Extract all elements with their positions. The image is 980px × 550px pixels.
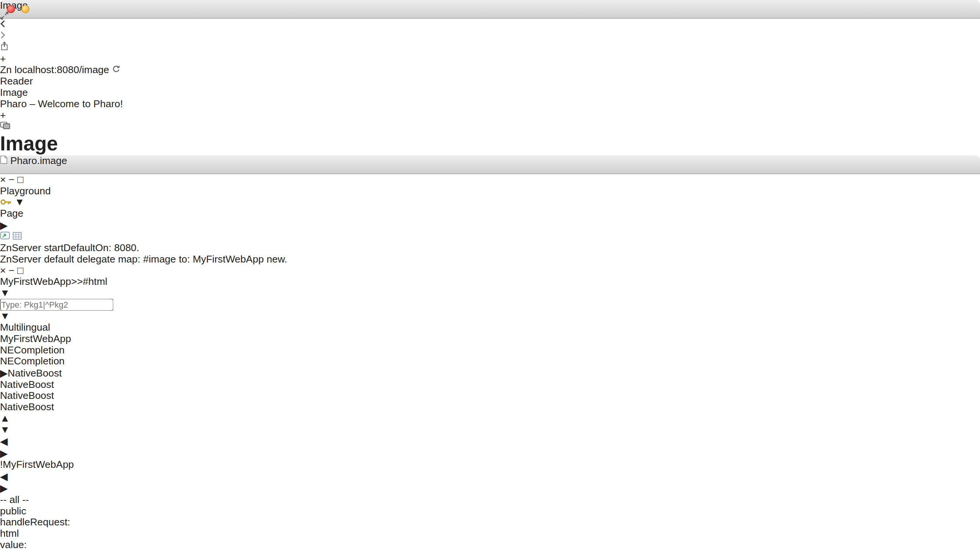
method-list-item-selected[interactable]: html [0,528,980,539]
package-pane: ▼ Multilingual MyFirstWebApp NECompletio… [0,299,980,459]
zoom-button[interactable] [36,5,43,13]
url-text: localhost:8080/image [14,64,109,75]
add-tab-button[interactable]: + [0,110,980,121]
package-filter-row: ▼ [0,299,980,322]
expander-icon[interactable]: ▶ [0,368,8,378]
playground-code-editor[interactable]: ZnServer startDefaultOn: 8080. ZnServer … [0,242,980,265]
close-icon[interactable]: × [0,265,6,276]
package-list-item[interactable]: NativeBoost [0,379,980,390]
package-list-item[interactable]: Multilingual [0,322,980,333]
method-pane: handleRequest: html value: [0,517,980,550]
package-list-item[interactable]: NativeBoost [0,402,980,413]
class-list-item[interactable]: !MyFirstWebApp [0,459,980,470]
package-list-item[interactable]: NECompletion [0,356,980,367]
scroll-left-icon[interactable]: ◀ [0,436,8,446]
scroll-right-icon[interactable]: ▶ [0,448,8,458]
url-host: localhost:8080 [14,64,79,75]
horizontal-scrollbar[interactable]: ◀ ▶ [0,435,980,459]
method-list: handleRequest: html value: [0,517,980,550]
window-title-group: Pharo.image [0,155,980,167]
zoom-button[interactable] [36,160,43,168]
play-icon: ▶ [0,220,8,230]
new-tab-button[interactable]: + [0,53,980,65]
package-filter-input[interactable] [0,299,113,311]
horizontal-scrollbar[interactable]: ◀ ▶ [0,470,980,494]
scroll-up-icon[interactable]: ▲ [0,413,10,424]
safari-titlebar[interactable]: Image [0,0,980,19]
protocol-list: -- all -- public [0,494,980,517]
class-list: !MyFirstWebApp [0,459,980,470]
pages-grid-icon[interactable] [13,232,22,240]
protocol-pane: -- all -- public [0,494,980,517]
method-list-item[interactable]: value: [0,539,980,550]
tab-overview-button[interactable] [0,121,980,132]
package-list-item[interactable]: NativeBoost [0,390,980,402]
protocol-list-item[interactable]: -- all -- [0,494,980,506]
class-pane: !MyFirstWebApp ◀ ▶ [0,459,980,494]
tab-label: Pharo – Welcome to Pharo! [0,99,123,109]
browser-titlebar[interactable]: × − □ MyFirstWebApp>>#html ▼ [0,265,980,299]
scroll-down-icon[interactable]: ▼ [0,424,10,435]
key-icon[interactable] [0,198,12,205]
tab-label: Page [0,208,24,218]
tab-page[interactable]: Page [0,208,980,219]
system-browser-html-window: × − □ MyFirstWebApp>>#html ▼ ▼ Multiling… [0,265,980,550]
close-icon[interactable]: × [0,174,6,185]
code-line: ZnServer startDefaultOn: 8080. [0,242,980,254]
code-line: ZnServer default delegate map: #image to… [0,254,980,265]
minimize-icon[interactable]: − [9,174,14,185]
window-menu-icon[interactable]: ▼ [15,196,25,207]
pharo-window: Pharo.image × − □ Playground ▼ [0,155,980,550]
reload-icon[interactable] [112,65,120,73]
vertical-scrollbar[interactable]: ▲ ▼ [0,413,980,435]
reader-button[interactable]: Reader [0,76,980,87]
maximize-icon[interactable]: □ [18,174,24,185]
filter-dropdown-button[interactable]: ▼ [0,311,980,322]
playground-actions: ▶ [0,219,980,242]
package-list-item[interactable]: ▶NativeBoost [0,367,980,379]
document-icon [0,155,8,164]
window-controls [7,160,44,168]
url-path: /image [79,64,109,75]
tab-image[interactable]: Image [0,87,980,99]
share-button[interactable] [0,41,980,53]
protocol-list-item-selected[interactable]: public [0,506,980,517]
dropdown-icon: ▼ [0,311,10,321]
playground-title: Playground [0,185,980,196]
window-controls: × − □ [0,174,980,186]
method-list-item[interactable]: handleRequest: [0,517,980,528]
tab-overview-icon [0,121,11,129]
scroll-right-icon[interactable]: ▶ [0,483,8,494]
do-it-button[interactable]: ▶ [0,219,980,231]
maximize-icon[interactable]: □ [18,265,24,276]
playground-tab-bar: Page ▶ [0,208,980,242]
site-favicon-zn: Zn [0,64,12,75]
close-button[interactable] [7,5,15,13]
playground-window: × − □ Playground ▼ Page ▶ [0,174,980,265]
package-list: Multilingual MyFirstWebApp NECompletion … [0,322,980,413]
window-menu-icon[interactable]: ▼ [0,287,980,299]
package-list-item[interactable]: NECompletion [0,345,980,356]
web-page-content: Image [0,132,980,155]
publish-icon[interactable] [0,231,10,240]
window-title: Image [0,0,980,11]
close-button[interactable] [7,160,15,168]
window-controls [7,5,44,13]
plus-icon: + [0,110,6,120]
safari-toolbar: + Zn localhost:8080/image Reader [0,19,980,87]
tab-label: Image [0,87,28,98]
share-icon [0,41,9,51]
tab-pharo-welcome[interactable]: Pharo – Welcome to Pharo! [0,99,980,110]
desktop: Image + Zn l [0,0,980,550]
package-list-item-selected[interactable]: MyFirstWebApp [0,333,980,345]
minimize-button[interactable] [21,160,29,168]
minimize-button[interactable] [21,5,29,13]
browser-panes: ▼ Multilingual MyFirstWebApp NECompletio… [0,299,980,550]
address-bar[interactable]: Zn localhost:8080/image [0,64,980,76]
forward-button[interactable] [0,30,980,41]
pharo-titlebar[interactable]: Pharo.image [0,155,980,174]
minimize-icon[interactable]: − [9,265,14,276]
scroll-left-icon[interactable]: ◀ [0,471,8,482]
browser-title: MyFirstWebApp>>#html [0,276,980,287]
playground-titlebar[interactable]: × − □ Playground ▼ [0,174,980,208]
